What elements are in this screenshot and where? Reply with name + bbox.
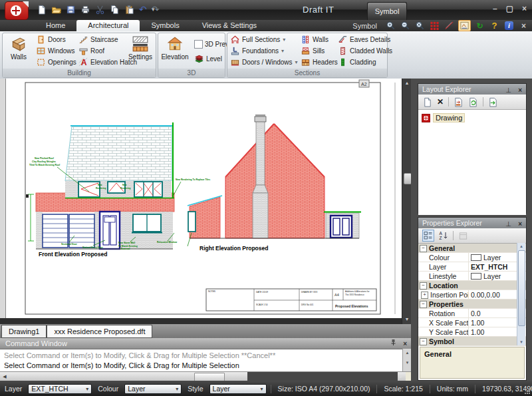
drawing-view-tool-active[interactable] bbox=[458, 20, 471, 31]
zoom-in-icon[interactable] bbox=[385, 21, 396, 31]
panel-close-icon[interactable]: × bbox=[518, 219, 522, 230]
resize-grip[interactable] bbox=[525, 389, 531, 395]
level-layers-icon bbox=[194, 54, 204, 64]
command-history[interactable]: Select Command or Item(s) to Modify, Cli… bbox=[0, 349, 402, 371]
category-general[interactable]: −General bbox=[418, 244, 526, 253]
sort-az-icon[interactable]: AZ bbox=[439, 231, 448, 240]
grid-icon[interactable] bbox=[429, 21, 440, 31]
new-file-icon[interactable] bbox=[37, 5, 47, 15]
doc-tab-residence[interactable]: xxx Residence Proposed.dft bbox=[47, 325, 152, 338]
minimize-button[interactable]: – bbox=[493, 4, 497, 13]
cladded-walls-button[interactable]: Cladded Walls bbox=[336, 45, 394, 57]
property-row-rotation[interactable]: Rotation0.0 bbox=[418, 309, 526, 318]
cladding-button[interactable]: Cladding bbox=[336, 57, 394, 68]
property-row-yscale[interactable]: Y Scale Factor1.00 bbox=[418, 327, 526, 337]
import-layout-icon[interactable] bbox=[454, 97, 464, 107]
style-dropdown[interactable]: Layer▾ bbox=[209, 384, 267, 394]
foundations-button[interactable]: Foundations▾ bbox=[229, 45, 299, 57]
property-row-layer[interactable]: LayerEXT_HTCH bbox=[418, 262, 526, 272]
colour-dropdown[interactable]: Layer▾ bbox=[124, 384, 182, 394]
command-horizontal-scrollbar[interactable]: ◀ ▶ bbox=[0, 371, 411, 381]
sections-doors-windows-button[interactable]: Doors / Windows▾ bbox=[229, 57, 299, 68]
category-properties[interactable]: −Properties bbox=[418, 299, 526, 309]
refresh-icon[interactable]: ↻ bbox=[474, 21, 485, 31]
hscroll-left-icon[interactable]: ◀ bbox=[0, 372, 9, 381]
full-sections-button[interactable]: Full Sections▾ bbox=[229, 34, 299, 45]
panel-close-icon[interactable]: × bbox=[518, 85, 522, 96]
collapse-icon[interactable]: − bbox=[420, 338, 427, 345]
property-row-linestyle[interactable]: LinestyleLayer bbox=[418, 272, 526, 281]
sills-button[interactable]: Sills bbox=[299, 45, 339, 57]
print-icon[interactable] bbox=[80, 5, 90, 15]
context-tab-symbol[interactable]: Symbol bbox=[367, 2, 407, 20]
scroll-thumb[interactable] bbox=[518, 250, 525, 326]
canvas-vertical-scrollbar[interactable]: ▲ ▼ bbox=[402, 79, 412, 324]
new-layout-icon[interactable] bbox=[422, 97, 432, 107]
category-location[interactable]: −Location bbox=[418, 281, 526, 290]
scroll-down-icon[interactable]: ▼ bbox=[402, 315, 412, 323]
delete-layout-icon[interactable]: ✕ bbox=[437, 97, 444, 106]
close-ribbon-icon[interactable]: × bbox=[518, 21, 529, 31]
windows-button[interactable]: Windows bbox=[35, 45, 78, 57]
command-vertical-scrollbar[interactable]: ▲▼ bbox=[402, 349, 412, 371]
settings-button[interactable]: Settings bbox=[126, 34, 154, 69]
app-logo-button[interactable] bbox=[5, 1, 29, 20]
property-row-colour[interactable]: ColourLayer bbox=[418, 253, 526, 262]
doors-button[interactable]: Doors bbox=[35, 34, 78, 45]
pin-icon[interactable]: ⊥ bbox=[505, 219, 511, 230]
dropdown-caret-icon: ▾ bbox=[176, 386, 178, 392]
collapse-icon[interactable]: − bbox=[420, 282, 427, 290]
svg-text:Clay Roofing Shingles: Clay Roofing Shingles bbox=[32, 160, 56, 163]
pin-icon[interactable] bbox=[390, 339, 396, 346]
svg-text:Additions & Alterations for: Additions & Alterations for bbox=[345, 290, 370, 293]
collapse-icon[interactable]: − bbox=[420, 301, 427, 308]
cut-icon[interactable] bbox=[95, 5, 105, 15]
expand-icon[interactable]: + bbox=[421, 292, 428, 299]
level-button[interactable]: Level bbox=[193, 53, 223, 65]
scroll-up-icon[interactable]: ▲ bbox=[402, 79, 412, 87]
scroll-up-icon[interactable]: ▲ bbox=[517, 243, 525, 250]
collapse-icon[interactable]: − bbox=[420, 245, 427, 252]
property-row-insertion-point[interactable]: +Insertion Point0.00,0.00 bbox=[418, 290, 526, 299]
save-icon[interactable] bbox=[66, 5, 76, 15]
tab-architectural[interactable]: Architectural bbox=[76, 20, 140, 31]
category-symbol[interactable]: −Symbol bbox=[418, 337, 526, 346]
hscroll-right-icon[interactable]: ▶ bbox=[396, 372, 406, 381]
layout-tree-item-drawing[interactable]: Drawing bbox=[422, 113, 523, 122]
tab-home[interactable]: Home bbox=[35, 20, 76, 31]
doc-tab-drawing1[interactable]: Drawing1 bbox=[1, 325, 47, 338]
close-button[interactable]: × bbox=[522, 4, 527, 13]
zoom-out-icon[interactable] bbox=[400, 21, 411, 31]
door-window-section-icon bbox=[230, 57, 240, 67]
property-row-xscale[interactable]: X Scale Factor1.00 bbox=[418, 318, 526, 327]
layer-dropdown[interactable]: EXT_HTCH▾ bbox=[28, 384, 92, 394]
headers-button[interactable]: Headers bbox=[299, 57, 339, 68]
ortho-draw-icon[interactable] bbox=[444, 21, 455, 31]
undo-icon[interactable]: ↶ bbox=[139, 4, 147, 15]
scroll-down-icon[interactable]: ▼ bbox=[517, 339, 525, 345]
properties-scrollbar[interactable]: ▲ ▼ bbox=[517, 243, 525, 345]
cladding-icon bbox=[338, 57, 348, 67]
walls-button[interactable]: Walls bbox=[3, 34, 34, 69]
refresh-layout-icon[interactable] bbox=[468, 97, 478, 107]
categorized-view-icon[interactable] bbox=[422, 230, 434, 242]
maximize-button[interactable]: ▢ bbox=[506, 4, 513, 13]
qat-customize-caret-icon[interactable]: ▾ bbox=[152, 6, 155, 13]
open-file-icon[interactable] bbox=[51, 5, 61, 15]
help-icon[interactable]: ? bbox=[489, 21, 500, 31]
pin-icon[interactable]: ⊥ bbox=[505, 85, 511, 96]
eaves-details-button[interactable]: Eaves Details bbox=[336, 34, 394, 45]
copy-icon[interactable] bbox=[110, 5, 120, 15]
drawing-canvas[interactable]: A2 bbox=[0, 79, 402, 318]
svg-text:DATE 1/1/09: DATE 1/1/09 bbox=[256, 291, 268, 294]
paste-icon[interactable] bbox=[124, 5, 134, 15]
export-layout-icon[interactable] bbox=[488, 97, 498, 107]
zoom-extents-icon[interactable] bbox=[414, 21, 426, 31]
elevation-button[interactable]: Elevation bbox=[160, 34, 190, 69]
command-close-icon[interactable]: × bbox=[403, 339, 407, 349]
info-icon[interactable]: i bbox=[503, 21, 515, 31]
tab-views-settings[interactable]: Views & Settings bbox=[191, 20, 268, 31]
sections-walls-button[interactable]: Walls bbox=[299, 34, 339, 45]
openings-button[interactable]: Openings bbox=[35, 57, 78, 68]
tab-symbols[interactable]: Symbols bbox=[140, 20, 190, 31]
